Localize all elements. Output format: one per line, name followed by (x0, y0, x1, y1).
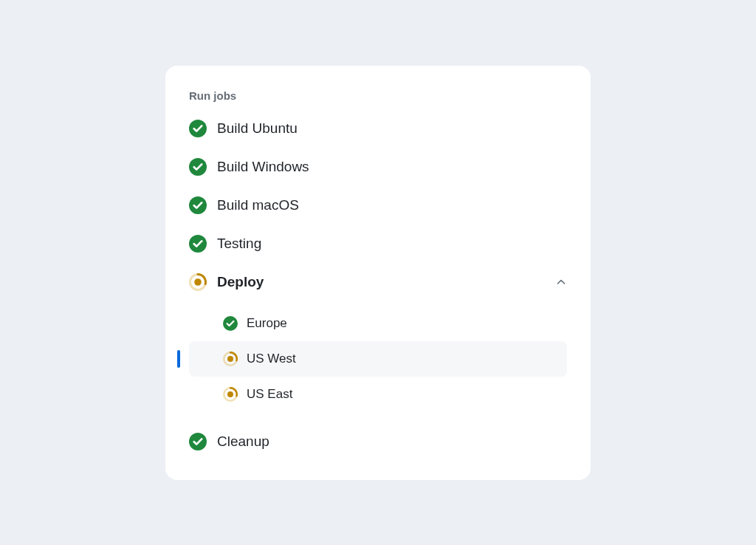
deploy-sub-list: Europe US West US Ea (189, 306, 567, 412)
check-circle-icon (223, 316, 238, 331)
job-deploy[interactable]: Deploy (189, 273, 567, 291)
job-label: Cleanup (217, 433, 269, 450)
chevron-up-icon (555, 276, 567, 288)
svg-point-5 (194, 278, 202, 286)
job-label: Deploy (217, 274, 264, 290)
sub-job-label: Europe (247, 316, 287, 331)
sub-job-label: US East (247, 387, 292, 402)
sub-job-us-east[interactable]: US East (189, 377, 567, 412)
job-label: Build Ubuntu (217, 120, 298, 137)
check-circle-icon (189, 158, 207, 176)
job-cleanup[interactable]: Cleanup (189, 433, 567, 450)
check-circle-icon (189, 235, 207, 253)
check-circle-icon (189, 433, 207, 450)
jobs-card: Run jobs Build Ubuntu Build Windows Buil… (165, 66, 591, 480)
job-build-windows[interactable]: Build Windows (189, 158, 567, 176)
job-list: Build Ubuntu Build Windows Build macOS T… (189, 120, 567, 450)
sub-job-europe[interactable]: Europe (189, 306, 567, 341)
sub-job-label: US West (247, 352, 296, 366)
sub-job-us-west[interactable]: US West (189, 341, 567, 377)
job-label: Build Windows (217, 159, 309, 175)
job-build-macos[interactable]: Build macOS (189, 196, 567, 214)
in-progress-icon (189, 273, 207, 291)
job-testing[interactable]: Testing (189, 235, 567, 253)
job-build-ubuntu[interactable]: Build Ubuntu (189, 120, 567, 137)
svg-point-8 (227, 356, 233, 362)
check-circle-icon (189, 196, 207, 214)
check-circle-icon (189, 120, 207, 137)
job-deploy-group: Deploy Europe (189, 273, 567, 412)
in-progress-icon (223, 387, 238, 402)
svg-point-10 (227, 391, 233, 397)
in-progress-icon (223, 352, 238, 366)
job-label: Build macOS (217, 197, 299, 213)
section-title: Run jobs (189, 89, 567, 102)
job-label: Testing (217, 236, 261, 252)
